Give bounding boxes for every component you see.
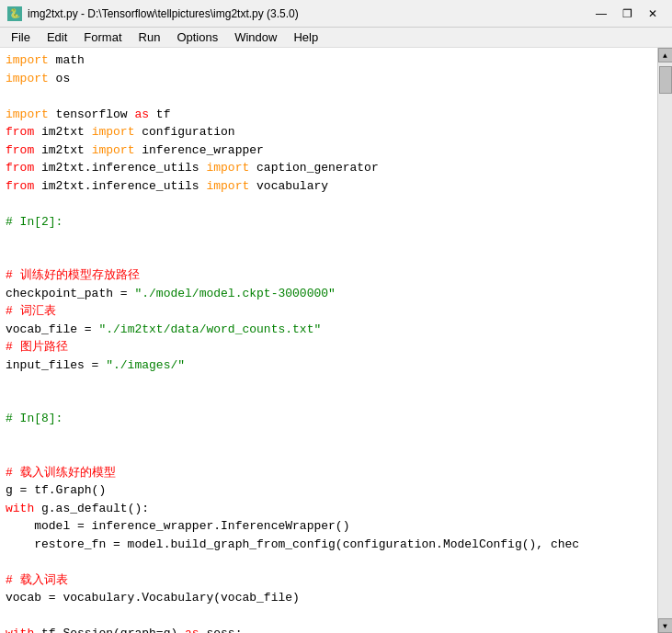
menu-help[interactable]: Help	[286, 28, 325, 46]
menu-run[interactable]: Run	[131, 28, 168, 46]
menu-edit[interactable]: Edit	[40, 28, 74, 46]
code-line: # 图片路径	[6, 338, 652, 356]
code-line: from im2txt import configuration	[6, 123, 652, 141]
code-line: # 载入词表	[6, 571, 652, 590]
close-button[interactable]: ✕	[641, 5, 665, 23]
code-line	[6, 249, 652, 267]
menu-bar: File Edit Format Run Options Window Help	[0, 28, 672, 48]
app-icon: 🐍	[7, 6, 22, 21]
code-line	[6, 607, 652, 626]
scroll-up-button[interactable]: ▲	[658, 48, 673, 62]
code-area[interactable]: import math import os import tensorflow …	[0, 48, 657, 633]
scroll-track[interactable]	[658, 62, 672, 618]
minimize-button[interactable]: —	[589, 5, 613, 23]
code-line	[6, 87, 652, 106]
code-line: with g.as_default():	[6, 500, 652, 518]
code-line: import math	[6, 51, 652, 70]
code-line: # In[8]:	[6, 410, 652, 428]
code-line: input_files = "./images/"	[6, 356, 652, 375]
code-line	[6, 392, 652, 411]
code-line	[6, 231, 652, 249]
code-line: from im2txt.inference_utils import vocab…	[6, 177, 652, 196]
restore-button[interactable]: ❐	[615, 5, 639, 23]
menu-options[interactable]: Options	[169, 28, 225, 46]
code-line	[6, 374, 652, 392]
scroll-thumb[interactable]	[659, 66, 672, 94]
code-line: from im2txt import inference_wrapper	[6, 141, 652, 160]
code-line	[6, 195, 652, 213]
code-line	[6, 446, 652, 464]
scroll-down-button[interactable]: ▼	[658, 618, 673, 633]
code-line: from im2txt.inference_utils import capti…	[6, 159, 652, 177]
code-line: import os	[6, 70, 652, 88]
code-line: # In[2]:	[6, 213, 652, 232]
title-bar: 🐍 img2txt.py - D:\Tensorflow\tellpicture…	[0, 0, 672, 28]
menu-window[interactable]: Window	[227, 28, 284, 46]
menu-file[interactable]: File	[4, 28, 38, 46]
code-line: restore_fn = model.build_graph_from_conf…	[6, 536, 652, 554]
code-line: # 训练好的模型存放路径	[6, 266, 652, 285]
code-line: g = tf.Graph()	[6, 481, 652, 500]
code-line: vocab = vocabulary.Vocabulary(vocab_file…	[6, 589, 652, 607]
code-line: model = inference_wrapper.InferenceWrapp…	[6, 517, 652, 536]
title-text: img2txt.py - D:\Tensorflow\tellpictures\…	[28, 7, 589, 20]
code-line	[6, 428, 652, 446]
code-line: checkpoint_path = "./model/model.ckpt-30…	[6, 285, 652, 303]
code-line: vocab_file = "./im2txt/data/word_counts.…	[6, 321, 652, 339]
editor-container: import math import os import tensorflow …	[0, 48, 672, 633]
scrollbar-vertical[interactable]: ▲ ▼	[657, 48, 672, 633]
code-line: # 载入训练好的模型	[6, 464, 652, 482]
code-line	[6, 553, 652, 571]
code-line: with tf.Session(graph=g) as sess:	[6, 625, 652, 633]
code-line: # 词汇表	[6, 302, 652, 321]
code-line: import tensorflow as tf	[6, 106, 652, 124]
menu-format[interactable]: Format	[76, 28, 129, 46]
